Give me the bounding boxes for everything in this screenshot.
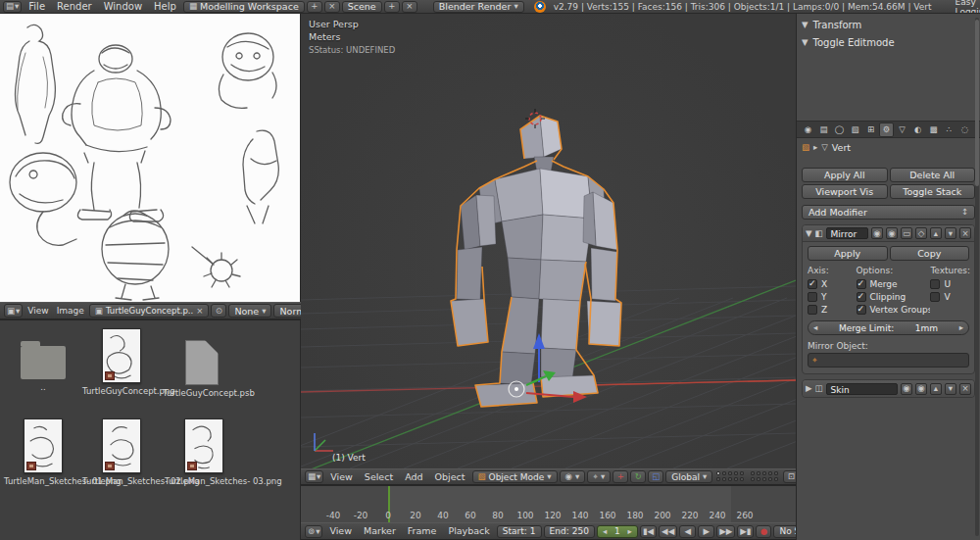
increment-icon[interactable]: ▸ — [959, 323, 963, 332]
tab-world[interactable]: ◯ — [832, 123, 847, 137]
apply-all-button[interactable]: Apply All — [802, 168, 888, 182]
tab-object[interactable]: ▧ — [848, 123, 862, 137]
layer-dot[interactable] — [734, 471, 738, 475]
tab-constraints[interactable]: ⊞ — [863, 123, 878, 137]
checkbox[interactable] — [857, 279, 866, 289]
menu-view[interactable]: View — [324, 524, 357, 538]
checkbox[interactable] — [930, 292, 940, 302]
layer-dot[interactable] — [722, 471, 726, 475]
checkbox[interactable] — [808, 279, 817, 289]
menu-view[interactable]: View — [24, 304, 51, 318]
editor-type-button[interactable]: ▤▾ — [3, 1, 22, 13]
cage-toggle[interactable]: ◇ — [915, 227, 927, 239]
axis-x-checkbox[interactable]: X — [808, 279, 857, 289]
jump-to-start-button[interactable]: ▮◀ — [640, 525, 657, 538]
record-button[interactable]: ● — [756, 525, 771, 538]
file-item-parent-folder[interactable]: .. — [4, 332, 82, 392]
toggle-stack-button[interactable]: Toggle Stack — [890, 184, 976, 199]
editor-type-button[interactable]: ▦▾ — [305, 470, 323, 483]
copy-modifier-button[interactable]: Copy — [890, 246, 970, 261]
merge-limit-slider[interactable]: ◂ Merge Limit: 1mm ▸ — [808, 320, 969, 335]
properties-scrollbar[interactable] — [975, 18, 979, 536]
viewport-vis-button[interactable]: Viewport Vis — [802, 184, 888, 199]
file-item-sketch-02[interactable]: TurtleMan_Sketches- 02.png — [82, 418, 161, 486]
layer-dot[interactable] — [734, 477, 738, 481]
texture-u-checkbox[interactable]: U — [930, 279, 969, 289]
layer-dot[interactable] — [716, 471, 720, 475]
sync-mode-selector[interactable]: No Sync ▾ — [773, 525, 796, 538]
menu-add[interactable]: Add — [400, 470, 427, 484]
current-frame-field[interactable]: ◂ 1 ▸ — [597, 525, 638, 538]
expand-icon[interactable]: ▶ — [806, 384, 812, 393]
render-visibility-toggle[interactable]: ◉ — [901, 383, 912, 395]
layer-dot[interactable] — [774, 471, 778, 475]
layer-dot[interactable] — [768, 477, 772, 481]
editor-type-button[interactable]: ▣▾ — [4, 304, 23, 318]
transform-panel-header[interactable]: ▼ Transform — [802, 17, 975, 32]
clipping-checkbox[interactable]: Clipping — [857, 292, 931, 302]
pin-button[interactable]: ⊙ — [211, 304, 226, 318]
lock-to-scene-button[interactable]: ⊡ — [783, 470, 796, 483]
move-modifier-up-button[interactable]: ▴ — [930, 227, 942, 239]
axis-y-checkbox[interactable]: Y — [808, 292, 857, 302]
layers-widget-2[interactable] — [751, 471, 779, 482]
decrement-icon[interactable]: ◂ — [603, 527, 607, 536]
add-workspace-button[interactable]: + — [307, 1, 322, 13]
menu-file[interactable]: File — [24, 0, 50, 14]
menu-help[interactable]: Help — [149, 0, 181, 14]
vertex-groups-checkbox[interactable]: Vertex Groups — [857, 305, 931, 315]
image-datablock-selector[interactable]: ▣ TurtleGuyConcept.p.. × — [89, 304, 210, 318]
checkbox[interactable] — [857, 292, 866, 302]
apply-modifier-button[interactable]: Apply — [808, 246, 888, 261]
viewport-visibility-toggle[interactable]: ◉ — [886, 227, 898, 239]
timeline-ruler[interactable]: -40 -20 0 20 40 60 80 100 120 140 160 18… — [301, 485, 796, 522]
menu-window[interactable]: Window — [99, 0, 147, 14]
decrement-icon[interactable]: ◂ — [813, 323, 817, 332]
menu-render[interactable]: Render — [52, 0, 97, 14]
viewport-visibility-toggle[interactable]: ◉ — [915, 383, 927, 395]
mirror-object-field[interactable]: ⌖ — [808, 353, 969, 368]
delete-modifier-button[interactable]: × — [959, 383, 971, 395]
manipulator-translate-button[interactable]: + — [612, 470, 628, 483]
play-reverse-button[interactable]: ◀ — [679, 525, 696, 538]
mirror-modifier-header[interactable]: ▼ ◧ Mirror ◉ ◉ ▭ ◇ ▴ ▾ × — [803, 225, 974, 242]
skin-modifier-header[interactable]: ▶ ◫ Skin ◉ ◉ ▴ ▾ × — [803, 380, 974, 397]
layers-widget[interactable] — [716, 471, 745, 482]
axis-z-checkbox[interactable]: Z — [808, 305, 857, 315]
layer-dot[interactable] — [728, 477, 732, 481]
checkbox[interactable] — [930, 279, 940, 289]
layer-dot[interactable] — [762, 477, 766, 481]
add-modifier-dropdown[interactable]: Add Modifier ↕ — [802, 205, 975, 220]
delete-modifier-button[interactable]: × — [959, 227, 971, 239]
modifier-name-field[interactable]: Mirror — [826, 227, 868, 239]
editor-type-button[interactable]: ⊚▾ — [305, 525, 322, 538]
render-engine-selector[interactable]: Blender Render ▾ — [433, 1, 524, 13]
menu-frame[interactable]: Frame — [403, 524, 442, 538]
layer-dot[interactable] — [740, 477, 744, 481]
image-editor-canvas[interactable] — [0, 14, 301, 302]
menu-view[interactable]: View — [325, 470, 358, 484]
menu-marker[interactable]: Marker — [359, 524, 401, 538]
checkbox[interactable] — [857, 305, 866, 315]
collapse-icon[interactable]: ▼ — [806, 229, 812, 238]
move-modifier-down-button[interactable]: ▾ — [945, 227, 956, 239]
move-modifier-up-button[interactable]: ▴ — [930, 383, 942, 395]
close-workspace-button[interactable]: × — [324, 1, 340, 13]
manipulator-scale-button[interactable]: ◱ — [648, 470, 663, 483]
menu-image[interactable]: Image — [54, 304, 87, 318]
play-button[interactable]: ▶ — [698, 525, 714, 538]
shading-selector[interactable]: ◉▾ — [560, 470, 586, 483]
layer-dot[interactable] — [740, 471, 744, 475]
tab-render[interactable]: ◉ — [801, 123, 815, 137]
layer-dot[interactable] — [757, 477, 760, 481]
end-frame-field[interactable]: End: 250 — [544, 525, 595, 538]
layer-dot[interactable] — [757, 471, 760, 475]
layer-dot[interactable] — [751, 471, 755, 475]
mode-selector[interactable]: ▧ Object Mode ▾ — [472, 470, 558, 483]
tab-data[interactable]: ▽ — [895, 123, 909, 137]
orientation-selector[interactable]: Global ▾ — [665, 470, 712, 483]
move-modifier-down-button[interactable]: ▾ — [945, 383, 956, 395]
delete-all-button[interactable]: Delete All — [890, 168, 976, 182]
tab-scene[interactable]: ▤ — [816, 123, 831, 137]
merge-checkbox[interactable]: Merge — [857, 279, 931, 289]
